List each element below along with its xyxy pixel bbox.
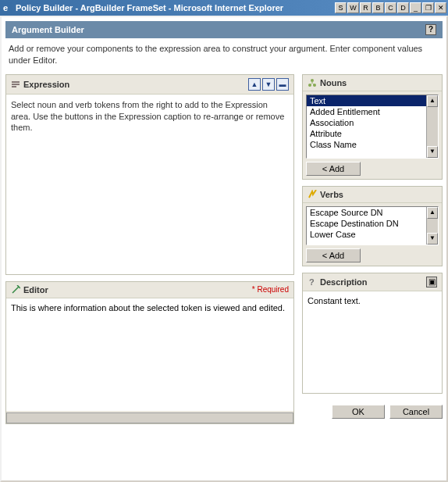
titlebar-buttons: S W R B C D _ ❐ ✕ (335, 2, 446, 13)
titlebar-btn-b[interactable]: B (372, 2, 384, 13)
cancel-button[interactable]: Cancel (389, 405, 443, 419)
verbs-add-button[interactable]: < Add (306, 248, 361, 262)
svg-text:e: e (3, 3, 8, 12)
nouns-item-added-entitlement[interactable]: Added Entitlement (307, 106, 438, 117)
editor-hscroll[interactable] (6, 412, 293, 423)
remove-button[interactable]: ▬ (276, 78, 289, 91)
maximize-button[interactable]: ❐ (422, 2, 434, 13)
expression-title: Expression (23, 80, 245, 89)
verbs-title: Verbs (320, 190, 437, 199)
expression-icon (11, 80, 20, 89)
description-icon: ? (308, 277, 317, 287)
ok-button[interactable]: OK (332, 405, 385, 419)
nouns-panel: Nouns Text Added Entitlement Association… (302, 74, 443, 180)
verbs-scrollbar[interactable]: ▲ ▼ (426, 207, 438, 245)
description-toggle-icon[interactable]: ▣ (426, 277, 437, 287)
expression-body: Select noun and verb tokens from the rig… (6, 95, 293, 274)
nouns-listbox[interactable]: Text Added Entitlement Association Attri… (306, 95, 439, 159)
verbs-item-lower-case[interactable]: Lower Case (307, 229, 438, 240)
titlebar-text: Policy Builder - ArgBuilder FrameSet - M… (16, 3, 335, 12)
expression-hint: Select noun and verb tokens from the rig… (11, 100, 284, 133)
move-down-button[interactable]: ▼ (262, 78, 275, 91)
nouns-icon (308, 78, 317, 87)
nouns-item-class-name[interactable]: Class Name (307, 139, 438, 150)
help-icon[interactable]: ? (425, 24, 436, 35)
nouns-item-attribute[interactable]: Attribute (307, 128, 438, 139)
description-body: Constant text. (303, 291, 442, 393)
app-icon: e (2, 2, 12, 13)
nouns-item-association[interactable]: Association (307, 117, 438, 128)
titlebar-btn-s[interactable]: S (335, 2, 347, 13)
page-header: Argument Builder ? (5, 21, 443, 38)
editor-icon (11, 285, 20, 295)
description-text: Constant text. (308, 296, 361, 305)
close-button[interactable]: ✕ (435, 2, 446, 13)
description-title: Description (320, 277, 423, 287)
expression-panel: Expression ▲ ▼ ▬ Select noun and verb to… (5, 74, 294, 275)
titlebar-btn-d[interactable]: D (397, 2, 409, 13)
minimize-button[interactable]: _ (410, 2, 421, 13)
titlebar-btn-r[interactable]: R (360, 2, 372, 13)
nouns-title: Nouns (320, 78, 437, 87)
nouns-scrollbar[interactable]: ▲ ▼ (426, 95, 438, 158)
editor-hint: This is where information about the sele… (11, 303, 285, 312)
titlebar[interactable]: e Policy Builder - ArgBuilder FrameSet -… (0, 0, 448, 16)
nouns-add-button[interactable]: < Add (306, 162, 361, 176)
dialog-buttons: OK Cancel (302, 400, 443, 419)
titlebar-btn-c[interactable]: C (385, 2, 396, 13)
verbs-item-escape-source[interactable]: Escape Source DN (307, 207, 438, 218)
scroll-down-icon[interactable]: ▼ (427, 233, 438, 245)
titlebar-btn-w[interactable]: W (347, 2, 359, 13)
page-title: Argument Builder (12, 25, 84, 34)
editor-panel: Editor * Required This is where informat… (5, 281, 294, 424)
instructions: Add or remove your components to the exp… (5, 38, 443, 74)
scroll-up-icon[interactable]: ▲ (427, 207, 438, 219)
scroll-up-icon[interactable]: ▲ (427, 95, 438, 107)
editor-body: This is where information about the sele… (6, 298, 293, 411)
description-panel: ? Description ▣ Constant text. (302, 273, 443, 394)
svg-text:?: ? (309, 277, 315, 287)
scroll-down-icon[interactable]: ▼ (427, 146, 438, 158)
verbs-panel: Verbs Escape Source DN Escape Destinatio… (302, 186, 443, 266)
svg-point-2 (311, 79, 314, 82)
nouns-item-text[interactable]: Text (307, 95, 438, 106)
verbs-listbox[interactable]: Escape Source DN Escape Destination DN L… (306, 206, 439, 245)
move-up-button[interactable]: ▲ (248, 78, 261, 91)
required-label: * Required (252, 285, 289, 294)
verbs-icon (308, 190, 317, 199)
editor-title: Editor (23, 285, 249, 295)
verbs-item-escape-dest[interactable]: Escape Destination DN (307, 218, 438, 229)
